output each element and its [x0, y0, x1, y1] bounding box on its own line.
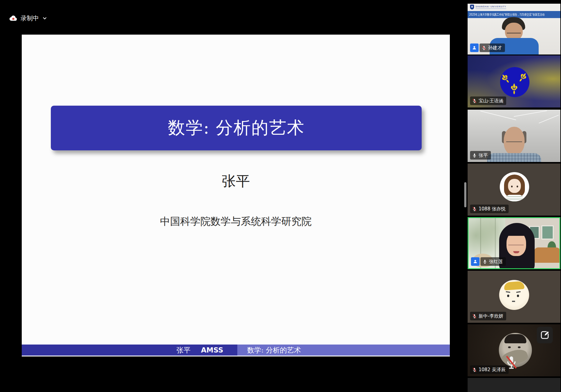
avatar	[504, 281, 525, 291]
participant-tile[interactable]: 1088 张亦悦	[468, 164, 560, 216]
participant-video	[505, 228, 529, 236]
event-banner-text: 2025年上海大学数学实践工作站“听院士报告，与导师交流”创新互活动	[469, 13, 544, 17]
slide-title-banner: 数学: 分析的艺术	[51, 106, 422, 150]
cloud-record-icon	[9, 15, 17, 21]
footer-title: 数学: 分析的艺术	[247, 345, 301, 355]
avatar	[508, 179, 521, 193]
avatar	[508, 346, 511, 348]
avatar	[500, 172, 529, 202]
participant-name: 宝山-王语涵	[479, 98, 503, 104]
participant-tile-active-speaker[interactable]: 张红莲	[468, 217, 560, 269]
avatar	[504, 334, 526, 343]
avatar	[499, 280, 529, 310]
mic-muted-icon	[472, 207, 477, 211]
avatar	[511, 186, 513, 187]
person-badge-icon	[470, 43, 479, 52]
shared-screen-slide: 数学: 分析的艺术 张平 中国科学院数学与系统科学研究院 张平 AMSS 数学:…	[22, 35, 450, 356]
slide-footer-author-segment: 张平 AMSS	[22, 345, 237, 356]
participant-video	[534, 247, 560, 263]
participant-video	[541, 225, 554, 239]
participant-tile[interactable]: 宝山-王语涵	[468, 55, 560, 107]
avatar	[517, 186, 518, 187]
mic-icon	[483, 259, 487, 264]
avatar	[517, 295, 519, 297]
participant-tile[interactable]: 新中-李欣妍	[468, 271, 560, 323]
footer-affiliation: AMSS	[201, 346, 223, 354]
slide-institution: 中国科学院数学与系统科学研究院	[22, 215, 450, 228]
mic-icon	[472, 153, 477, 158]
mic-muted-icon	[472, 314, 477, 318]
slide-title: 数学: 分析的艺术	[168, 116, 305, 140]
avatar	[507, 295, 509, 297]
participant-tile[interactable]: SHANGHAI UNIVERSITY 2025年上海大学数学实践工作站“听院士…	[468, 4, 560, 55]
participant-name: 1088 张亦悦	[479, 206, 506, 212]
person-badge-icon	[471, 257, 480, 266]
university-logo: SHANGHAI UNIVERSITY	[470, 5, 506, 9]
fleur-de-lis-icon	[510, 83, 518, 95]
slide-author: 张平	[22, 172, 450, 191]
annotation-pen-button[interactable]	[537, 327, 553, 343]
sidebar-scrollbar[interactable]	[464, 182, 466, 207]
recording-label: 录制中	[21, 14, 39, 22]
participant-video	[487, 153, 541, 162]
participant-name: 孙建才	[488, 45, 502, 51]
participant-tile[interactable]: 张平	[468, 110, 560, 162]
avatar	[500, 67, 529, 97]
university-shield-icon	[470, 5, 474, 9]
participant-name: 1082 吴泽辰	[479, 367, 506, 373]
university-logo-text: SHANGHAI UNIVERSITY	[476, 6, 506, 9]
participant-video	[508, 241, 524, 245]
participant-name: 新中-李欣妍	[479, 313, 503, 319]
avatar	[506, 291, 510, 293]
mic-muted-icon	[482, 46, 486, 50]
slide-footer-title-segment: 数学: 分析的艺术	[237, 345, 450, 356]
recording-indicator[interactable]: 录制中	[9, 14, 47, 22]
footer-author: 张平	[176, 345, 190, 355]
participant-video	[480, 111, 516, 120]
mic-muted-icon	[472, 99, 477, 103]
participant-video	[507, 30, 521, 33]
participant-name: 张平	[479, 153, 488, 158]
participant-video	[506, 139, 522, 142]
slide-footer: 张平 AMSS 数学: 分析的艺术	[22, 345, 450, 356]
avatar	[518, 346, 521, 348]
participant-video	[514, 110, 547, 117]
avatar	[506, 195, 523, 202]
avatar	[516, 291, 521, 293]
avatar	[512, 301, 515, 302]
participant-tile-partial[interactable]	[468, 378, 560, 392]
participant-tile[interactable]: 1082 吴泽辰	[468, 324, 560, 376]
participant-name: 张红莲	[489, 259, 503, 265]
chevron-down-icon[interactable]	[43, 17, 47, 20]
mic-muted-icon	[472, 368, 477, 372]
participant-video	[539, 115, 559, 123]
